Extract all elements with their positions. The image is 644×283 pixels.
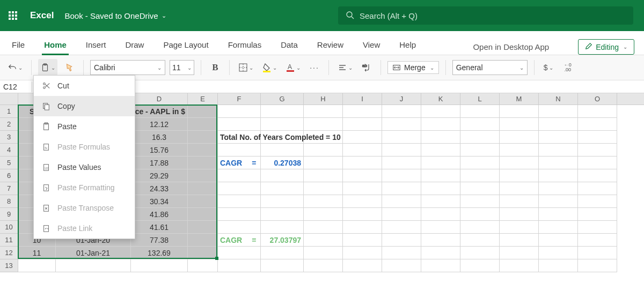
column-header[interactable]: N	[539, 93, 578, 105]
cell[interactable]	[304, 247, 343, 259]
cell[interactable]	[261, 144, 304, 157]
cell[interactable]	[261, 182, 304, 195]
cell[interactable]	[500, 118, 539, 131]
cell[interactable]	[261, 221, 304, 234]
tab-draw[interactable]: Draw	[123, 35, 146, 55]
menu-item-paste-values[interactable]: 123Paste Values	[34, 157, 135, 177]
cell[interactable]	[343, 118, 382, 131]
cell[interactable]	[304, 208, 343, 221]
cell[interactable]	[539, 247, 578, 259]
column-header[interactable]: M	[500, 93, 539, 105]
cell[interactable]	[188, 105, 218, 118]
cell[interactable]	[382, 144, 421, 157]
bold-button[interactable]: B	[208, 59, 223, 76]
cell[interactable]	[539, 131, 578, 144]
cell[interactable]	[218, 105, 261, 118]
cell[interactable]	[460, 234, 500, 247]
cell[interactable]	[343, 221, 382, 234]
number-format-select[interactable]: General ⌄	[452, 60, 528, 75]
cell[interactable]	[539, 169, 578, 182]
cell[interactable]	[261, 195, 304, 208]
cell[interactable]	[578, 221, 617, 234]
cell[interactable]	[421, 221, 460, 234]
cell[interactable]	[539, 144, 578, 157]
cell[interactable]	[500, 182, 539, 195]
cell[interactable]: 17.88	[131, 157, 188, 169]
cell[interactable]	[500, 259, 539, 272]
row-header[interactable]: 1	[0, 105, 18, 118]
font-size-select[interactable]: 11 ⌄	[170, 60, 194, 75]
cell[interactable]	[421, 195, 460, 208]
format-painter[interactable]	[62, 59, 77, 76]
cell[interactable]: 15.76	[131, 144, 188, 157]
cell[interactable]	[218, 247, 261, 259]
cell[interactable]: ck Price - AAPL in $	[131, 105, 188, 118]
cell[interactable]	[218, 144, 261, 157]
row-header[interactable]: 9	[0, 208, 18, 221]
cell[interactable]	[188, 144, 218, 157]
cell[interactable]: 41.61	[131, 221, 188, 234]
cell[interactable]	[382, 131, 421, 144]
cell[interactable]	[218, 208, 261, 221]
cell[interactable]	[304, 144, 343, 157]
cell[interactable]	[188, 195, 218, 208]
document-name[interactable]: Book - Saved to OneDrive ⌄	[64, 11, 166, 20]
cell[interactable]	[382, 118, 421, 131]
cell[interactable]	[382, 105, 421, 118]
tab-help[interactable]: Help	[397, 35, 418, 55]
column-header[interactable]: L	[460, 93, 500, 105]
cell[interactable]	[218, 221, 261, 234]
row-header[interactable]: 8	[0, 195, 18, 208]
cell[interactable]	[539, 259, 578, 272]
cell[interactable]	[188, 234, 218, 247]
cell[interactable]	[421, 144, 460, 157]
cell[interactable]	[261, 118, 304, 131]
tab-insert[interactable]: Insert	[84, 35, 108, 55]
merge-button[interactable]: Merge ⌄	[387, 61, 439, 74]
cell[interactable]	[304, 259, 343, 272]
cell[interactable]	[304, 169, 343, 182]
search-input[interactable]	[360, 11, 626, 20]
cell[interactable]	[578, 234, 617, 247]
tab-review[interactable]: Review	[315, 35, 346, 55]
row-header[interactable]: 6	[0, 169, 18, 182]
cell[interactable]	[188, 182, 218, 195]
wrap-text-button[interactable]: ab	[359, 59, 374, 76]
cell[interactable]	[500, 169, 539, 182]
cell[interactable]	[421, 169, 460, 182]
cell[interactable]	[460, 182, 500, 195]
cell[interactable]	[578, 208, 617, 221]
menu-item-copy[interactable]: Copy	[34, 96, 135, 116]
cell[interactable]: 41.86	[131, 208, 188, 221]
cell[interactable]	[382, 169, 421, 182]
borders-button[interactable]: ⌄	[236, 59, 255, 76]
cell[interactable]	[500, 105, 539, 118]
cell[interactable]	[578, 195, 617, 208]
cell[interactable]	[460, 208, 500, 221]
cell[interactable]	[421, 182, 460, 195]
row-header[interactable]: 3	[0, 131, 18, 144]
cell[interactable]	[56, 259, 131, 272]
column-header[interactable]: K	[421, 93, 460, 105]
cell[interactable]	[343, 105, 382, 118]
cell[interactable]	[343, 169, 382, 182]
cell[interactable]	[188, 247, 218, 259]
cell[interactable]: 30.34	[131, 195, 188, 208]
cell[interactable]	[500, 157, 539, 169]
cell[interactable]	[343, 182, 382, 195]
cell[interactable]	[539, 195, 578, 208]
cell[interactable]	[460, 259, 500, 272]
cell[interactable]	[261, 208, 304, 221]
more-font-button[interactable]: ···	[307, 59, 322, 76]
cell[interactable]	[539, 221, 578, 234]
cell[interactable]	[539, 118, 578, 131]
row-header[interactable]: 7	[0, 182, 18, 195]
cell[interactable]	[578, 144, 617, 157]
cell[interactable]	[343, 259, 382, 272]
cell[interactable]	[578, 131, 617, 144]
column-header[interactable]: D	[131, 93, 188, 105]
cell[interactable]	[343, 195, 382, 208]
cell[interactable]	[578, 182, 617, 195]
cell[interactable]: 27.03797	[261, 234, 304, 247]
cell[interactable]: 24.33	[131, 182, 188, 195]
